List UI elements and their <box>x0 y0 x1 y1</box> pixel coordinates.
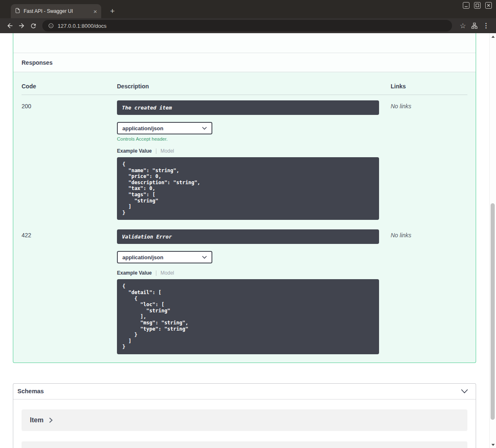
tab-close-icon[interactable]: × <box>92 8 98 15</box>
content: Responses Code Description Links 200 The… <box>13 33 476 448</box>
responses-table-header: Code Description Links <box>22 72 467 95</box>
scroll-up-button[interactable] <box>490 33 496 40</box>
response-description-cell: Validation Error application/json Exampl… <box>117 229 391 354</box>
chevron-right-icon <box>49 417 53 423</box>
chevron-down-icon <box>202 127 207 130</box>
schemas-body: Item ValidationError <box>13 399 476 448</box>
example-model-tabs: Example Value Model <box>117 148 391 154</box>
scrollbar[interactable] <box>489 33 496 448</box>
opblock-body-spacer <box>13 33 476 53</box>
star-icon: ☆ <box>460 22 466 29</box>
forward-button[interactable] <box>16 20 27 32</box>
schemas-header[interactable]: Schemas <box>13 384 476 399</box>
model-name: Item <box>30 416 44 424</box>
schemas-title: Schemas <box>17 388 44 394</box>
scrollbar-thumb[interactable] <box>491 203 495 420</box>
arrow-up-icon <box>491 36 495 38</box>
minimize-button[interactable] <box>463 2 469 9</box>
tab-separator <box>156 149 156 154</box>
response-links: No links <box>391 229 467 354</box>
example-json-code: { "detail": [ { "loc": [ "string" ], "ms… <box>117 279 379 354</box>
swagger-docs-page: Responses Code Description Links 200 The… <box>0 33 496 448</box>
maximize-button[interactable] <box>474 2 481 9</box>
col-links: Links <box>391 83 467 90</box>
tab-example-value[interactable]: Example Value <box>117 148 152 154</box>
bookmark-star-button[interactable]: ☆ <box>457 20 469 32</box>
media-type-value: application/json <box>122 125 163 131</box>
address-bar[interactable]: 127.0.0.1:8000/docs <box>42 20 452 32</box>
responses-section-header: Responses <box>13 53 476 72</box>
media-type-select[interactable]: application/json <box>117 251 212 263</box>
kebab-menu-icon: ⋮ <box>483 22 489 29</box>
responses-title: Responses <box>22 59 53 66</box>
browser-toolbar: 127.0.0.1:8000/docs ☆ ⋮ <box>0 18 496 33</box>
browser-window: Fast API - Swagger UI × + <box>0 0 496 448</box>
site-info-icon[interactable] <box>48 23 54 29</box>
new-tab-button[interactable]: + <box>107 6 118 17</box>
example-model-tabs: Example Value Model <box>117 270 391 276</box>
col-description: Description <box>117 83 391 90</box>
back-button[interactable] <box>4 20 16 32</box>
window-controls <box>463 2 492 9</box>
back-icon <box>6 22 14 29</box>
tab-separator <box>156 270 156 276</box>
tab-model[interactable]: Model <box>160 148 174 154</box>
browser-menu-button[interactable]: ⋮ <box>480 20 492 32</box>
scroll-down-button[interactable] <box>490 441 496 448</box>
tab-model[interactable]: Model <box>160 270 174 276</box>
chevron-down-icon[interactable] <box>461 389 468 394</box>
tab-example-value[interactable]: Example Value <box>117 270 152 276</box>
response-description: The created item <box>117 100 379 115</box>
tab-title: Fast API - Swagger UI <box>24 8 89 14</box>
arrow-down-icon <box>491 444 495 446</box>
example-json-code: { "name": "string", "price": 0, "descrip… <box>117 157 379 220</box>
response-description-cell: The created item application/json Contro… <box>117 100 391 220</box>
schemas-section: Schemas Item ValidationError <box>13 383 476 448</box>
opblock-post: Responses Code Description Links 200 The… <box>13 33 476 363</box>
model-item[interactable]: Item <box>22 409 467 431</box>
titlebar: Fast API - Swagger UI × + <box>0 0 496 18</box>
extensions-icon <box>471 22 478 29</box>
col-code: Code <box>22 83 117 90</box>
controls-accept-note: Controls Accept header. <box>117 136 391 141</box>
response-code: 422 <box>22 229 117 354</box>
forward-icon <box>18 22 25 29</box>
browser-tab[interactable]: Fast API - Swagger UI × <box>11 4 101 18</box>
chevron-down-icon <box>202 256 207 259</box>
extensions-button[interactable] <box>469 20 480 32</box>
response-row-422: 422 Validation Error application/json Ex… <box>22 224 467 354</box>
reload-icon <box>30 22 37 29</box>
response-row-200: 200 The created item application/json Co… <box>22 95 467 220</box>
response-links: No links <box>391 100 467 220</box>
responses-table: Code Description Links 200 The created i… <box>13 72 476 363</box>
close-button[interactable] <box>485 2 492 9</box>
reload-button[interactable] <box>27 20 39 32</box>
response-description: Validation Error <box>117 229 379 244</box>
page-file-icon <box>15 7 20 15</box>
media-type-select[interactable]: application/json <box>117 122 212 134</box>
media-type-value: application/json <box>122 254 163 261</box>
model-validationerror[interactable]: ValidationError <box>22 441 467 448</box>
response-code: 200 <box>22 100 117 220</box>
url-text: 127.0.0.1:8000/docs <box>58 23 107 29</box>
